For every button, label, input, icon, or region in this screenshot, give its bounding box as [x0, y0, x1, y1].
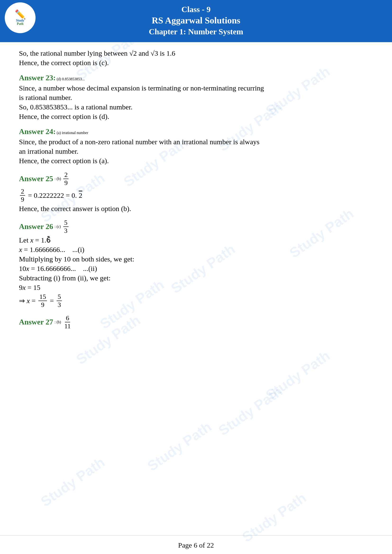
- header-class: Class - 9 RS Aggarwal Solutions Chapter …: [5, 4, 387, 37]
- frac-5-3-num: 5: [57, 293, 62, 301]
- equals-sign-2: =: [50, 297, 54, 305]
- watermark: Study Path: [263, 347, 333, 403]
- answer-26-frac-num: 5: [63, 219, 69, 227]
- answer-26-body-6: 9x = 15: [19, 284, 373, 291]
- frac-5-3-den: 3: [57, 301, 62, 308]
- page-footer: Page 6 of 22: [0, 535, 392, 554]
- answer-25-frac-num: 2: [63, 172, 69, 179]
- answer-27-frac-den: 11: [63, 322, 72, 329]
- answer-26-option-pre: : (c): [55, 225, 61, 229]
- answer-24-body-2: an irrational number.: [19, 147, 373, 155]
- overline-2: 2: [79, 191, 82, 200]
- watermark: Study Path: [216, 383, 286, 439]
- frac-5-3: 5 3: [57, 293, 62, 308]
- page-header: ✏️ Study Path Class - 9 RS Aggarwal Solu…: [0, 0, 392, 42]
- page-wrapper: Study Path Study Path Study Path Study P…: [0, 0, 392, 554]
- answer-27-header: Answer 27 : (b) 6 11: [19, 315, 373, 329]
- answer-23-option: (d) 0.853853853...: [57, 77, 85, 81]
- equals-sign: = 0.2222222 = 0.: [28, 191, 77, 200]
- answer-23-body-4: Hence, the correct option is (d).: [19, 112, 373, 121]
- answer-25-body: 2 9 = 0.2222222 = 0.2 Hence, the correct…: [19, 188, 373, 213]
- logo-path-text: Path: [17, 22, 23, 26]
- class-label: Class - 9: [5, 4, 387, 15]
- answer-24-body: Since, the product of a non-zero rationa…: [19, 138, 373, 165]
- content-area: So, the rational number lying between √2…: [0, 42, 392, 355]
- frac-15-9-num: 15: [38, 293, 47, 301]
- frac-2-9-num: 2: [20, 188, 25, 196]
- answer-25-conclusion: Hence, the correct answer is option (b).: [19, 205, 373, 213]
- watermark: Study Path: [144, 418, 215, 474]
- intro-line1: So, the rational number lying between √2…: [19, 49, 373, 57]
- answer-26-section: Answer 26 : (c) 5 3: [19, 219, 373, 234]
- book-label: RS Aggarwal Solutions: [5, 15, 387, 26]
- answer-27-section: Answer 27 : (b) 6 11: [19, 315, 373, 329]
- answer-25-math-frac: 2 9 = 0.2222222 = 0.2: [19, 188, 373, 203]
- sqrt3-symbol: √3: [151, 49, 158, 57]
- answer-26-body: Let x = 1.6̄ x = 1.6666666... ...(i) Mul…: [19, 236, 373, 308]
- answer-25-frac-den: 9: [63, 179, 69, 186]
- answer-26-body-5: Subtracting (i) from (ii), we get:: [19, 274, 373, 282]
- answer-23-body-2: is rational number.: [19, 94, 373, 102]
- frac-2-9-den: 9: [20, 196, 25, 203]
- watermark: Study Path: [38, 454, 108, 510]
- answer-26-body-2: x = 1.6666666... ...(i): [19, 246, 373, 254]
- answer-25-option-pre: : (b): [55, 177, 61, 181]
- answer-23-section: Answer 23: (d) 0.853853853...: [19, 73, 373, 82]
- answer-23-body-1: Since, a number whose decimal expansion …: [19, 84, 373, 92]
- answer-26-label: Answer 26: [19, 222, 53, 231]
- answer-25-fraction: 2 9: [62, 172, 70, 186]
- answer-25-header: Answer 25 : (b) 2 9: [19, 172, 373, 186]
- sqrt2-symbol: √2: [129, 49, 137, 57]
- answer-26-frac-den: 3: [63, 227, 69, 234]
- answer-24-section: Answer 24: (a) irrational number: [19, 127, 373, 136]
- logo-container: ✏️ Study Path: [5, 2, 35, 33]
- answer-23-header: Answer 23: (d) 0.853853853...: [19, 73, 373, 82]
- answer-26-body-1: Let x = 1.6̄: [19, 236, 373, 244]
- answer-24-option: (a) irrational number: [57, 131, 88, 135]
- pencil-icon: ✏️: [15, 10, 26, 19]
- answer-26-fraction: 5 3: [63, 219, 69, 234]
- answer-23-body: Since, a number whose decimal expansion …: [19, 84, 373, 121]
- answer-24-body-1: Since, the product of a non-zero rationa…: [19, 138, 373, 146]
- intro-section: So, the rational number lying between √2…: [19, 49, 373, 67]
- answer-24-header: Answer 24: (a) irrational number: [19, 127, 373, 136]
- logo-study-text: Study: [16, 19, 24, 22]
- answer-27-option-pre: : (b): [55, 320, 61, 324]
- answer-24-body-3: Hence, the correct option is (a).: [19, 157, 373, 165]
- answer-27-fraction: 6 11: [63, 315, 72, 329]
- frac-2-9: 2 9: [20, 188, 25, 203]
- answer-27-label: Answer 27: [19, 318, 53, 326]
- answer-26-body-4: 10x = 16.6666666... ...(ii): [19, 264, 373, 273]
- logo-circle: ✏️ Study Path: [5, 2, 35, 33]
- answer-27-frac-num: 6: [65, 315, 70, 322]
- intro-line2: Hence, the correct option is (c).: [19, 59, 373, 67]
- logo-text: Study Path: [16, 19, 24, 26]
- answer-25-section: Answer 25 : (b) 2 9: [19, 172, 373, 186]
- answer-24-label: Answer 24:: [19, 127, 56, 136]
- frac-15-9-den: 9: [40, 301, 45, 308]
- answer-26-body-3: Multiplying by 10 on both sides, we get:: [19, 255, 373, 263]
- frac-15-9: 15 9: [38, 293, 47, 308]
- answer-26-result: ⇒ x = 15 9 = 5 3: [19, 293, 373, 308]
- answer-26-header: Answer 26 : (c) 5 3: [19, 219, 373, 234]
- chapter-label: Chapter 1: Number System: [5, 27, 387, 37]
- answer-23-label: Answer 23:: [19, 73, 56, 82]
- arrow-symbol: ⇒ x =: [19, 297, 35, 305]
- answer-25-label: Answer 25: [19, 174, 53, 183]
- page-number: Page 6 of 22: [178, 541, 214, 549]
- answer-23-body-3: So, 0.853853853... is a rational number.: [19, 103, 373, 111]
- logo-inner: ✏️ Study Path: [5, 2, 35, 33]
